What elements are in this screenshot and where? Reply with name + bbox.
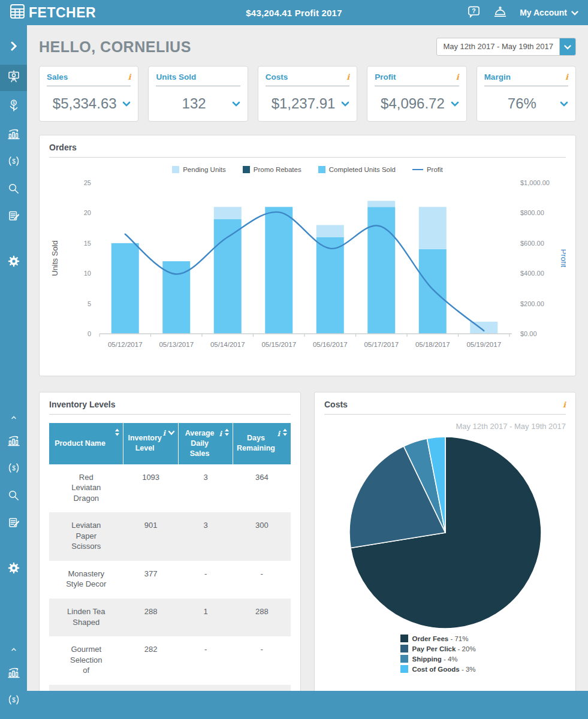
value-cell: 1093: [123, 464, 179, 513]
legend-item: Promo Rebates: [243, 166, 301, 173]
inventory-table: Product Name Inventory Leveli Average Da…: [49, 423, 291, 719]
metric-card-costs[interactable]: Costs i $1,237.91: [258, 66, 357, 122]
legend-item: Completed Units Sold: [318, 166, 396, 173]
date-range-dropdown-button[interactable]: [559, 38, 575, 55]
svg-text:05/12/2017: 05/12/2017: [108, 341, 143, 348]
color-swatch: [400, 655, 408, 663]
sidebar-item-notes[interactable]: [0, 206, 27, 228]
sidebar-item-mini-caret[interactable]: [0, 641, 27, 657]
value-cell: -: [233, 561, 291, 599]
metric-card-sales[interactable]: Sales i $5,334.63: [39, 66, 138, 122]
sidebar-item-dashboard-board[interactable]: [0, 65, 27, 91]
sidebar-item-search[interactable]: [0, 485, 27, 507]
info-icon[interactable]: i: [277, 429, 280, 439]
sidebar-item-money-plant[interactable]: $: [0, 96, 27, 119]
svg-text:$0.00: $0.00: [520, 330, 537, 337]
metric-card-margin[interactable]: Margin i 76%: [477, 66, 576, 122]
legend-item: Profit: [412, 166, 443, 173]
svg-text:05/15/2017: 05/15/2017: [261, 341, 296, 348]
brand[interactable]: FETCHER: [10, 4, 96, 22]
sidebar-item-gear[interactable]: [0, 251, 27, 274]
notes-icon: [7, 515, 21, 532]
my-account-menu[interactable]: My Account: [520, 8, 578, 17]
help-button[interactable]: ?: [467, 5, 481, 21]
sidebar-item-sales-chart[interactable]: [0, 662, 27, 685]
column-header-product-name[interactable]: Product Name: [49, 423, 123, 464]
info-icon[interactable]: i: [219, 429, 222, 439]
info-icon[interactable]: i: [563, 400, 566, 409]
chevron-down-icon[interactable]: [560, 98, 568, 109]
orders-panel: Orders Pending UnitsPromo RebatesComplet…: [39, 135, 576, 376]
sidebar-item-money-call[interactable]: $: [0, 458, 27, 481]
svg-text:20: 20: [84, 209, 91, 216]
svg-text:$: $: [13, 101, 15, 105]
info-icon[interactable]: i: [456, 72, 459, 81]
orders-chart-legend: Pending UnitsPromo RebatesCompleted Unit…: [49, 166, 566, 173]
chevron-down-icon[interactable]: [341, 98, 349, 109]
sidebar-item-notes[interactable]: [0, 512, 27, 535]
sidebar-item-gear[interactable]: [0, 558, 27, 581]
date-range-label: May 12th 2017 - May 19th 2017: [437, 38, 559, 55]
sidebar-item-sales-chart[interactable]: [0, 430, 27, 453]
metric-card-units-sold[interactable]: Units Sold i 132: [148, 66, 248, 122]
card-value: $1,237.91: [266, 95, 341, 112]
sidebar-item-mini-caret[interactable]: [0, 409, 27, 425]
product-name-cell: Linden Tea Shaped: [49, 599, 123, 636]
sidebar-item-chevron-right[interactable]: [0, 38, 27, 56]
info-icon[interactable]: i: [128, 72, 131, 81]
money-plant-icon: $: [7, 99, 21, 116]
sidebar-item-money-call[interactable]: $: [0, 690, 27, 712]
calculator-logo-icon: [10, 4, 25, 22]
svg-text:Profit: Profit: [559, 249, 566, 268]
notes-icon: [7, 209, 21, 225]
svg-text:?: ?: [472, 7, 475, 14]
column-header-days-remaining[interactable]: Days Remainingi: [233, 423, 291, 464]
metric-card-profit[interactable]: Profit i $4,096.72: [367, 66, 466, 122]
sales-chart-icon: [7, 126, 21, 143]
color-swatch: [400, 645, 408, 652]
column-header-average-daily-sales[interactable]: Average Daily Salesi: [179, 423, 233, 464]
svg-text:$200.00: $200.00: [520, 300, 544, 307]
chevron-down-icon[interactable]: [451, 98, 459, 109]
pie-legend-item: Shipping - 4%: [400, 655, 490, 663]
svg-text:$800.00: $800.00: [520, 209, 544, 216]
info-icon[interactable]: i: [163, 428, 166, 439]
legend-item: Pending Units: [172, 166, 226, 173]
pie-legend-item: Order Fees - 71%: [400, 635, 490, 642]
inventory-panel: Inventory Levels Product Name Inventory …: [39, 392, 301, 719]
value-cell: 288: [233, 599, 291, 636]
brand-name: FETCHER: [29, 5, 96, 21]
search-icon: [7, 488, 20, 504]
svg-text:05/18/2017: 05/18/2017: [415, 341, 450, 348]
bar-completed: [316, 237, 344, 334]
chevron-down-icon[interactable]: [232, 98, 240, 109]
sidebar-item-sales-chart[interactable]: [0, 123, 27, 146]
value-cell: 377: [123, 561, 179, 599]
product-name-cell: Red Leviatan Dragon: [49, 464, 123, 513]
chevron-down-icon[interactable]: [122, 98, 131, 109]
sidebar-item-search[interactable]: [0, 179, 27, 201]
column-header-inventory-level[interactable]: Inventory Leveli: [123, 423, 179, 464]
footer-bar: [0, 691, 588, 719]
sort-descending-icon[interactable]: [168, 428, 175, 439]
sort-icon[interactable]: [114, 428, 120, 439]
orders-chart: 0510152025$0.00$200.00$400.00$600.00$800…: [49, 173, 566, 368]
date-range-selector[interactable]: May 12th 2017 - May 19th 2017: [436, 38, 576, 56]
svg-text:$: $: [12, 465, 16, 472]
table-row: Red Leviatan Dragon10933364: [49, 464, 291, 513]
info-icon[interactable]: i: [565, 72, 568, 81]
page-title: HELLO, CORNELIUS: [39, 38, 191, 56]
sort-icon[interactable]: [282, 428, 288, 439]
notifications-button[interactable]: [493, 5, 508, 21]
chevron-down-icon: [564, 41, 571, 52]
value-cell: -: [233, 636, 291, 685]
color-swatch: [172, 166, 179, 173]
svg-text:15: 15: [84, 240, 91, 247]
sidebar-item-money-call[interactable]: $: [0, 151, 27, 174]
profit-summary: $43,204.41 Profit 2017: [246, 8, 342, 18]
bar-completed: [214, 219, 242, 334]
sort-icon[interactable]: [224, 428, 230, 439]
info-icon[interactable]: i: [346, 72, 349, 81]
gear-icon: [7, 561, 21, 578]
value-cell: 288: [123, 599, 179, 636]
